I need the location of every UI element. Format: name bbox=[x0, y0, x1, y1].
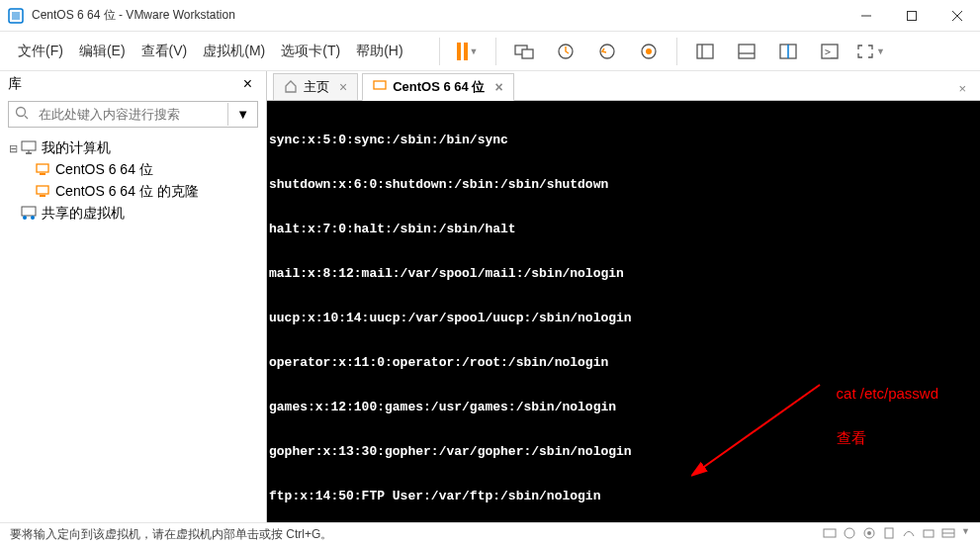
status-hint: 要将输入定向到该虚拟机，请在虚拟机内部单击或按 Ctrl+G。 bbox=[10, 526, 332, 543]
svg-rect-3 bbox=[908, 11, 917, 20]
tree-label: 我的计算机 bbox=[42, 139, 111, 157]
device-icon[interactable] bbox=[843, 526, 856, 543]
terminal-viewport[interactable]: sync:x:5:0:sync:/sbin:/bin/sync shutdown… bbox=[267, 101, 980, 522]
svg-point-35 bbox=[845, 528, 854, 538]
terminal-line: ftp:x:14:50:FTP User:/var/ftp:/sbin/nolo… bbox=[269, 489, 978, 503]
vm-icon bbox=[34, 162, 51, 179]
home-icon bbox=[284, 79, 298, 96]
annotation-text-1: cat /etc/passwd bbox=[837, 386, 938, 401]
svg-point-31 bbox=[31, 216, 35, 220]
tree-label: CentOS 6 64 位 的克隆 bbox=[55, 183, 199, 201]
pause-button[interactable]: ▼ bbox=[450, 34, 486, 69]
tree-vm-centos-clone[interactable]: CentOS 6 64 位 的克隆 bbox=[2, 181, 264, 203]
search-input[interactable] bbox=[35, 103, 227, 126]
vm-icon bbox=[34, 184, 51, 201]
console-icon[interactable]: >_ bbox=[812, 34, 847, 69]
menu-edit[interactable]: 编辑(E) bbox=[71, 37, 134, 66]
menu-view[interactable]: 查看(V) bbox=[134, 37, 196, 66]
computer-icon bbox=[20, 140, 38, 157]
svg-rect-25 bbox=[37, 164, 48, 172]
svg-point-30 bbox=[23, 216, 27, 220]
device-icon[interactable] bbox=[882, 526, 896, 543]
tree-label: 共享的虚拟机 bbox=[42, 205, 125, 223]
manage-snapshot-icon[interactable] bbox=[631, 34, 667, 69]
device-icon[interactable] bbox=[862, 526, 876, 543]
terminal-line: operator:x:11:0:operator:/root:/sbin/nol… bbox=[269, 355, 978, 370]
close-button[interactable] bbox=[935, 0, 980, 31]
tree-shared-vms[interactable]: 共享的虚拟机 bbox=[2, 203, 264, 225]
menu-vm[interactable]: 虚拟机(M) bbox=[195, 37, 273, 66]
terminal-line: shutdown:x:6:0:shutdown:/sbin:/sbin/shut… bbox=[269, 177, 978, 192]
device-dropdown-icon[interactable]: ▼ bbox=[961, 526, 970, 543]
revert-icon[interactable] bbox=[589, 34, 625, 69]
tab-vm[interactable]: CentOS 6 64 位 × bbox=[362, 73, 513, 101]
tab-home[interactable]: 主页 × bbox=[273, 73, 358, 100]
maximize-button[interactable] bbox=[889, 0, 935, 31]
svg-rect-12 bbox=[697, 45, 713, 58]
svg-rect-27 bbox=[37, 186, 48, 194]
tabs-close-all-icon[interactable]: × bbox=[954, 77, 970, 100]
device-icon[interactable] bbox=[823, 526, 837, 543]
svg-rect-34 bbox=[824, 529, 836, 537]
shared-icon bbox=[20, 206, 38, 223]
device-icon[interactable] bbox=[902, 526, 916, 543]
svg-rect-14 bbox=[739, 45, 755, 58]
vm-icon bbox=[373, 80, 387, 95]
layout-thumb-icon[interactable] bbox=[729, 34, 764, 69]
devices-icon[interactable] bbox=[506, 34, 542, 69]
terminal-line: uucp:x:10:14:uucp:/var/spool/uucp:/sbin/… bbox=[269, 311, 978, 325]
snapshot-icon[interactable] bbox=[548, 34, 583, 69]
expand-toggle-icon: ⊟ bbox=[6, 142, 20, 155]
unity-icon[interactable] bbox=[770, 34, 806, 69]
window-title: CentOS 6 64 位 - VMware Workstation bbox=[32, 7, 235, 24]
tree-vm-centos[interactable]: CentOS 6 64 位 bbox=[2, 159, 264, 181]
fullscreen-icon[interactable]: ▼ bbox=[853, 34, 889, 69]
svg-rect-28 bbox=[40, 195, 45, 197]
svg-rect-38 bbox=[885, 528, 893, 538]
arrow-icon bbox=[691, 380, 830, 479]
svg-line-21 bbox=[25, 116, 28, 119]
svg-rect-32 bbox=[374, 81, 386, 89]
svg-rect-26 bbox=[40, 173, 45, 175]
tab-label: 主页 bbox=[304, 78, 329, 96]
tab-close-icon[interactable]: × bbox=[494, 79, 502, 95]
svg-text:>_: >_ bbox=[825, 46, 838, 58]
menu-help[interactable]: 帮助(H) bbox=[348, 37, 410, 66]
status-device-icons: ▼ bbox=[823, 526, 970, 543]
separator bbox=[676, 38, 677, 65]
svg-rect-29 bbox=[22, 207, 36, 216]
tab-label: CentOS 6 64 位 bbox=[393, 78, 485, 96]
svg-point-11 bbox=[646, 48, 652, 54]
device-icon[interactable] bbox=[941, 526, 955, 543]
separator bbox=[495, 38, 496, 65]
annotation-overlay: cat /etc/passwd 查看 bbox=[837, 356, 938, 490]
annotation-text-2: 查看 bbox=[837, 430, 938, 445]
tab-close-icon[interactable]: × bbox=[339, 79, 347, 95]
tree-label: CentOS 6 64 位 bbox=[55, 161, 153, 179]
terminal-line: mail:x:8:12:mail:/var/spool/mail:/sbin/n… bbox=[269, 266, 978, 281]
search-icon bbox=[9, 102, 35, 127]
svg-rect-1 bbox=[12, 12, 20, 20]
terminal-line: games:x:12:100:games:/usr/games:/sbin/no… bbox=[269, 400, 978, 414]
menu-tabs[interactable]: 选项卡(T) bbox=[273, 37, 348, 66]
svg-rect-22 bbox=[22, 141, 36, 150]
svg-point-20 bbox=[17, 108, 26, 117]
app-icon bbox=[8, 8, 24, 24]
terminal-line: sync:x:5:0:sync:/sbin:/bin/sync bbox=[269, 133, 978, 147]
svg-point-37 bbox=[867, 531, 871, 535]
tree-my-computer[interactable]: ⊟ 我的计算机 bbox=[2, 137, 264, 159]
library-close-button[interactable]: × bbox=[237, 75, 258, 93]
svg-rect-39 bbox=[924, 530, 934, 537]
device-icon[interactable] bbox=[922, 526, 935, 543]
layout-single-icon[interactable] bbox=[687, 34, 723, 69]
terminal-line: gopher:x:13:30:gopher:/var/gopher:/sbin/… bbox=[269, 444, 978, 459]
library-title: 库 bbox=[8, 75, 237, 93]
search-dropdown[interactable]: ▼ bbox=[227, 103, 257, 126]
minimize-button[interactable] bbox=[844, 0, 889, 31]
menu-file[interactable]: 文件(F) bbox=[10, 37, 71, 66]
svg-rect-7 bbox=[522, 49, 533, 58]
terminal-line: halt:x:7:0:halt:/sbin:/sbin/halt bbox=[269, 222, 978, 236]
separator bbox=[439, 38, 440, 65]
